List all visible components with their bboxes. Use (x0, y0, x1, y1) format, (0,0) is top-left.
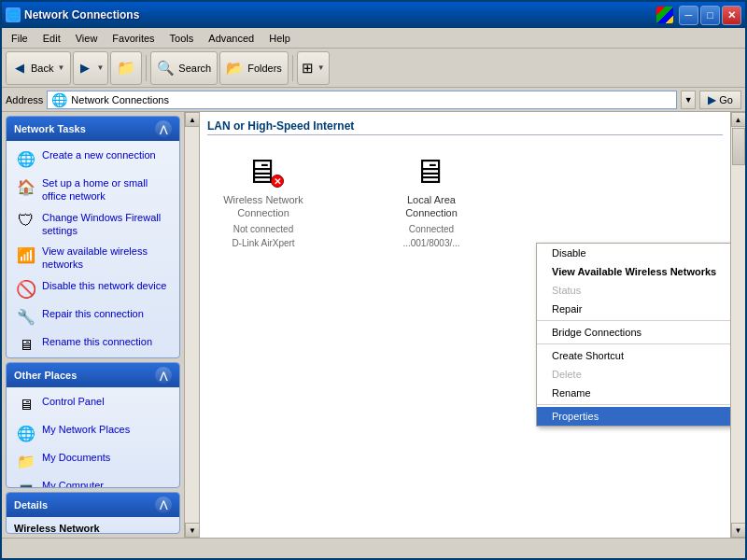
details-collapse[interactable]: ⋀ (155, 497, 172, 513)
address-label: Address (6, 94, 43, 105)
ctx-sep3 (537, 404, 730, 405)
window-icon: 🌐 (6, 7, 21, 22)
firewall-icon: 🛡 (16, 211, 36, 231)
search-label: Search (178, 63, 211, 74)
sidebar-item-home-network[interactable]: 🏠 Set up a home or small office network (14, 175, 172, 205)
other-places-header[interactable]: Other Places ⋀ (7, 363, 179, 387)
folders-button[interactable]: 📂 Folders (219, 51, 289, 85)
sidebar-item-computer-label: My Computer (42, 479, 104, 488)
sidebar-item-computer[interactable]: 💻 My Computer (14, 477, 172, 488)
other-places-collapse[interactable]: ⋀ (155, 367, 172, 384)
menu-edit[interactable]: Edit (35, 31, 68, 46)
network-items: 🖥 ✕ Wireless Network Connection Not conn… (207, 143, 723, 258)
details-header[interactable]: Details ⋀ (7, 493, 179, 517)
wireless-network-icon-wrapper: 🖥 ✕ (245, 152, 282, 189)
repair-icon: 🔧 (16, 307, 36, 328)
ctx-repair[interactable]: Repair (537, 300, 730, 318)
minimize-button[interactable]: ─ (679, 6, 698, 25)
address-folder-icon: 🌐 (51, 92, 67, 107)
ctx-shortcut[interactable]: Create Shortcut (537, 346, 730, 365)
toolbar: ◀ Back ▼ ▶ ▼ 📁 🔍 Search 📂 Folders ⊞ ▼ (2, 49, 745, 88)
other-places-title: Other Places (14, 370, 77, 381)
network-tasks-section: Network Tasks ⋀ 🌐 Create a new connectio… (6, 116, 180, 358)
sidebar-item-create-connection-label: Create a new connection (42, 148, 156, 161)
details-content: Wireless Network (7, 517, 179, 534)
wireless-device: D-Link AirXpert (232, 238, 294, 248)
forward-dropdown-icon: ▼ (96, 63, 104, 72)
main-content: Network Tasks ⋀ 🌐 Create a new connectio… (2, 112, 745, 538)
ctx-view-wireless[interactable]: View Available Wireless Networks (537, 262, 730, 281)
sidebar-item-control-panel-label: Control Panel (42, 395, 105, 408)
sidebar-item-repair[interactable]: 🔧 Repair this connection (14, 305, 172, 329)
address-value: Network Connections (71, 94, 169, 105)
wireless-icon: 📶 (16, 245, 36, 265)
forward-button[interactable]: ▶ ▼ (73, 51, 108, 85)
vscroll-up-btn[interactable]: ▲ (731, 112, 746, 127)
network-tasks-collapse[interactable]: ⋀ (155, 120, 172, 137)
menu-file[interactable]: File (4, 31, 35, 46)
ctx-disable[interactable]: Disable (537, 244, 730, 262)
window-title: Network Connections (24, 8, 651, 21)
views-icon: ⊞ (302, 60, 314, 77)
menu-advanced[interactable]: Advanced (201, 31, 261, 46)
sidebar-item-rename[interactable]: 🖥 Rename this connection (14, 333, 172, 357)
menu-favorites[interactable]: Favorites (105, 31, 162, 46)
sidebar-item-control-panel[interactable]: 🖥 Control Panel (14, 393, 172, 417)
ctx-rename[interactable]: Rename (537, 384, 730, 402)
addressbar: Address 🌐 Network Connections ▼ ▶ Go (2, 88, 745, 112)
sidebar-item-firewall[interactable]: 🛡 Change Windows Firewall settings (14, 209, 172, 240)
forward-icon: ▶ (78, 61, 92, 76)
lan-status: Connected (409, 224, 454, 234)
back-icon: ◀ (12, 61, 27, 76)
sidebar-item-documents[interactable]: 📁 My Documents (14, 449, 172, 473)
vscroll-thumb[interactable] (732, 128, 745, 165)
vertical-scrollbar: ▲ ▼ (730, 112, 745, 538)
search-button[interactable]: 🔍 Search (150, 51, 218, 85)
up-button[interactable]: 📁 (110, 51, 142, 85)
vscroll-down-btn[interactable]: ▼ (731, 523, 746, 538)
scroll-up-btn[interactable]: ▲ (185, 112, 200, 127)
go-button[interactable]: ▶ Go (699, 91, 741, 109)
statusbar (2, 538, 745, 558)
rename-icon: 🖥 (16, 335, 36, 356)
network-tasks-content: 🌐 Create a new connection 🏠 Set up a hom… (7, 141, 179, 358)
menu-help[interactable]: Help (261, 31, 298, 46)
control-panel-icon: 🖥 (16, 395, 36, 415)
scroll-down-btn[interactable]: ▼ (185, 523, 200, 538)
details-content-label: Wireless Network (14, 523, 172, 534)
disconnected-icon: ✕ (271, 175, 284, 188)
details-section: Details ⋀ Wireless Network (6, 492, 180, 534)
close-button[interactable]: ✕ (722, 6, 741, 25)
sidebar-item-create-connection[interactable]: 🌐 Create a new connection (14, 147, 172, 171)
wireless-name: Wireless Network Connection (217, 193, 310, 220)
lan-name: Local Area Connection (385, 193, 478, 220)
network-tasks-title: Network Tasks (14, 123, 86, 134)
network-item-lan[interactable]: 🖥 Local Area Connection Connected ...001… (385, 152, 478, 248)
sidebar: Network Tasks ⋀ 🌐 Create a new connectio… (2, 112, 185, 538)
maximize-button[interactable]: □ (700, 6, 720, 25)
network-tasks-header[interactable]: Network Tasks ⋀ (7, 117, 179, 141)
address-field[interactable]: 🌐 Network Connections (47, 91, 677, 109)
menubar: File Edit View Favorites Tools Advanced … (2, 28, 745, 49)
sidebar-item-wireless-label: View available wireless networks (42, 245, 170, 272)
address-dropdown[interactable]: ▼ (681, 91, 696, 109)
menu-view[interactable]: View (68, 31, 106, 46)
ctx-sep1 (537, 320, 730, 321)
sidebar-item-network-places[interactable]: 🌐 My Network Places (14, 421, 172, 445)
views-button[interactable]: ⊞ ▼ (297, 51, 330, 85)
toolbar-sep2 (292, 55, 293, 81)
ctx-sep2 (537, 343, 730, 344)
ctx-properties[interactable]: Properties (537, 407, 730, 426)
sidebar-item-repair-label: Repair this connection (42, 307, 144, 320)
sidebar-item-firewall-label: Change Windows Firewall settings (42, 211, 170, 238)
vscroll-track (731, 127, 746, 523)
sidebar-item-disable-label: Disable this network device (42, 279, 166, 292)
back-button[interactable]: ◀ Back ▼ (6, 51, 71, 85)
sidebar-item-disable[interactable]: 🚫 Disable this network device (14, 277, 172, 301)
network-item-wireless[interactable]: 🖥 ✕ Wireless Network Connection Not conn… (217, 152, 310, 248)
ctx-bridge[interactable]: Bridge Connections (537, 323, 730, 342)
network-places-icon: 🌐 (16, 423, 36, 443)
menu-tools[interactable]: Tools (162, 31, 202, 46)
sidebar-item-home-network-label: Set up a home or small office network (42, 176, 170, 203)
sidebar-item-wireless[interactable]: 📶 View available wireless networks (14, 243, 172, 273)
